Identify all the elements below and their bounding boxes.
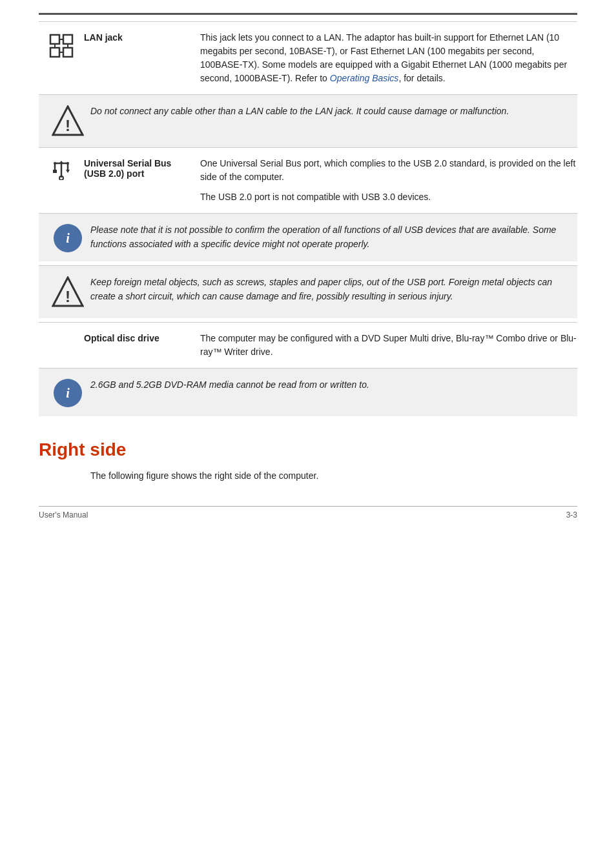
usb-port-label: Universal Serial Bus (USB 2.0) port (84, 157, 200, 179)
footer-right: 3-3 (566, 510, 577, 520)
svg-rect-0 (50, 35, 59, 44)
usb-warning-row: ! Keep foreign metal objects, such as sc… (39, 265, 577, 318)
optical-disc-row: Optical disc drive The computer may be c… (39, 322, 577, 368)
usb-port-row: Universal Serial Bus (USB 2.0) port One … (39, 147, 577, 213)
svg-text:!: ! (65, 288, 70, 305)
lan-warning-row: ! Do not connect any cable other than a … (39, 94, 577, 147)
warning-icon: ! (52, 105, 84, 138)
usb-info-icon-cell: i (45, 223, 90, 252)
warning-svg-2: ! (52, 276, 84, 307)
right-side-intro: The following figure shows the right sid… (39, 470, 577, 481)
info-icon-2: i (54, 379, 82, 407)
svg-point-19 (67, 162, 69, 165)
warning-svg: ! (52, 105, 84, 136)
svg-rect-2 (50, 48, 59, 57)
usb-svg (50, 161, 73, 180)
operating-basics-link[interactable]: Operating Basics (330, 73, 399, 83)
dvd-info-icon-cell: i (45, 378, 90, 407)
lan-svg (49, 34, 74, 58)
svg-rect-1 (63, 35, 72, 44)
usb-icon (50, 158, 73, 182)
usb-desc-line1: One Universal Serial Bus port, which com… (200, 157, 577, 184)
dvd-info-row: i 2.6GB and 5.2GB DVD-RAM media cannot b… (39, 368, 577, 416)
right-side-section: Right side The following figure shows th… (39, 439, 577, 481)
usb-warning-note: Keep foreign metal objects, such as scre… (90, 275, 571, 304)
usb-info-note: Please note that it is not possible to c… (90, 223, 571, 252)
lan-jack-row: LAN jack This jack lets you connect to a… (39, 21, 577, 94)
lan-icon (49, 34, 74, 60)
optical-disc-label: Optical disc drive (84, 332, 200, 343)
usb-icon-cell (39, 157, 84, 182)
lan-icon-cell (39, 31, 84, 59)
svg-text:!: ! (65, 117, 70, 134)
page-container: LAN jack This jack lets you connect to a… (0, 0, 616, 532)
optical-desc-line1: The computer may be configured with a DV… (200, 332, 577, 359)
svg-marker-15 (66, 170, 70, 173)
lan-jack-desc: This jack lets you connect to a LAN. The… (200, 31, 577, 85)
footer-left: User's Manual (39, 510, 88, 520)
svg-rect-13 (53, 170, 57, 173)
top-border (39, 13, 577, 15)
right-side-heading: Right side (39, 439, 577, 460)
usb-warning-icon-cell: ! (45, 275, 90, 309)
usb-info-row: i Please note that it is not possible to… (39, 213, 577, 261)
page-footer: User's Manual 3-3 (39, 506, 577, 520)
lan-warning-icon-cell: ! (45, 104, 90, 138)
lan-warning-note: Do not connect any cable other than a LA… (90, 104, 571, 118)
usb-desc-line2: The USB 2.0 port is not compatible with … (200, 190, 577, 204)
optical-disc-icon-cell (39, 332, 84, 333)
lan-jack-label: LAN jack (84, 31, 200, 43)
svg-point-18 (54, 162, 56, 165)
svg-point-16 (59, 176, 63, 180)
warning-icon-2: ! (52, 276, 84, 309)
svg-rect-3 (63, 48, 72, 57)
svg-marker-17 (59, 161, 63, 163)
info-icon: i (54, 224, 82, 252)
dvd-info-note: 2.6GB and 5.2GB DVD-RAM media cannot be … (90, 378, 571, 392)
usb-port-desc: One Universal Serial Bus port, which com… (200, 157, 577, 204)
optical-disc-desc: The computer may be configured with a DV… (200, 332, 577, 359)
